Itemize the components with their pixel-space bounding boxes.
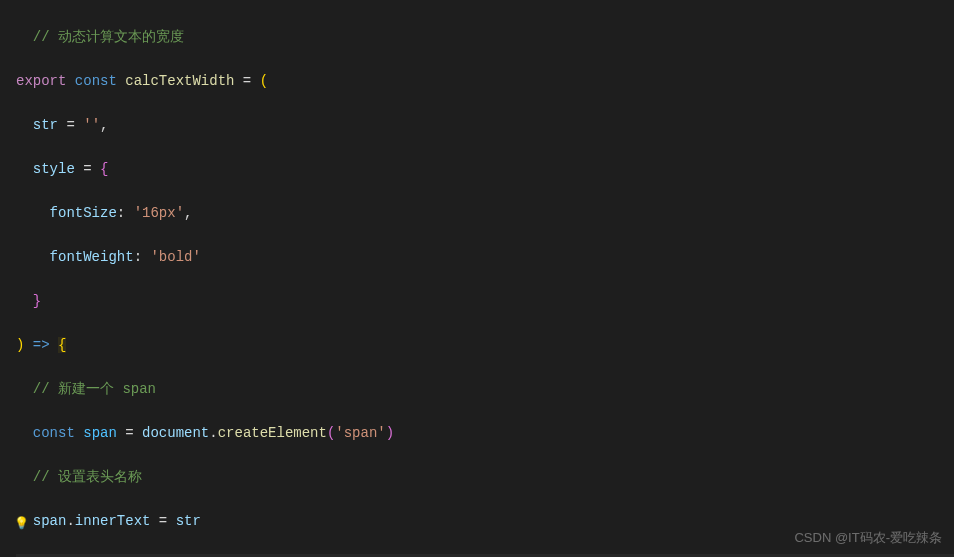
- comment: // 新建一个 span: [33, 381, 156, 397]
- func-name: calcTextWidth: [125, 73, 234, 89]
- code-editor[interactable]: // 动态计算文本的宽度 export const calcTextWidth …: [0, 0, 954, 557]
- comment: // 动态计算文本的宽度: [33, 29, 184, 45]
- code-line: fontWeight: 'bold': [16, 246, 954, 268]
- code-line: ) => {: [16, 334, 954, 356]
- brace-match: {: [58, 337, 66, 353]
- lightbulb-icon[interactable]: 💡: [14, 513, 28, 527]
- param: str: [33, 117, 58, 133]
- code-line: // 动态计算文本的宽度: [16, 26, 954, 48]
- comment: // 设置表头名称: [33, 469, 142, 485]
- prop: fontSize: [50, 205, 117, 221]
- kw-const: const: [75, 73, 117, 89]
- prop: fontWeight: [50, 249, 134, 265]
- kw-export: export: [16, 73, 66, 89]
- watermark: CSDN @IT码农-爱吃辣条: [794, 527, 942, 549]
- code-line: fontSize: '16px',: [16, 202, 954, 224]
- code-line: // 新建一个 span: [16, 378, 954, 400]
- param: style: [33, 161, 75, 177]
- code-line: style = {: [16, 158, 954, 180]
- code-line: // 设置表头名称: [16, 466, 954, 488]
- code-line: str = '',: [16, 114, 954, 136]
- code-line: export const calcTextWidth = (: [16, 70, 954, 92]
- code-line: const span = document.createElement('spa…: [16, 422, 954, 444]
- code-line: }: [16, 290, 954, 312]
